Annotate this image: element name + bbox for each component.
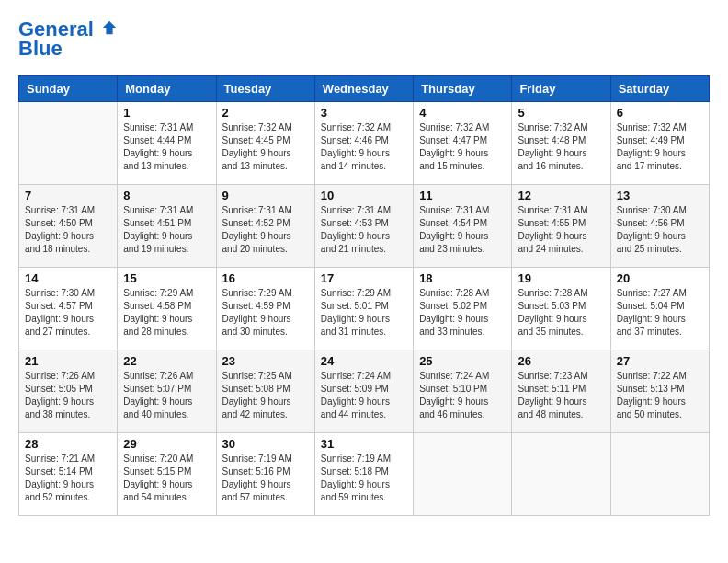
calendar-cell: 1Sunrise: 7:31 AM Sunset: 4:44 PM Daylig…: [118, 102, 216, 185]
calendar-cell: 30Sunrise: 7:19 AM Sunset: 5:16 PM Dayli…: [216, 433, 314, 516]
calendar-week-row: 7Sunrise: 7:31 AM Sunset: 4:50 PM Daylig…: [19, 185, 710, 268]
day-number: 29: [123, 437, 210, 451]
day-info: Sunrise: 7:28 AM Sunset: 5:03 PM Dayligh…: [518, 287, 604, 339]
day-number: 17: [321, 271, 407, 285]
day-number: 5: [518, 106, 604, 120]
calendar-cell: 17Sunrise: 7:29 AM Sunset: 5:01 PM Dayli…: [314, 268, 413, 350]
day-number: 11: [419, 189, 506, 202]
calendar-cell: 11Sunrise: 7:31 AM Sunset: 4:54 PM Dayli…: [414, 185, 512, 268]
calendar-cell: 29Sunrise: 7:20 AM Sunset: 5:15 PM Dayli…: [118, 433, 216, 516]
day-number: 30: [222, 437, 309, 451]
day-info: Sunrise: 7:20 AM Sunset: 5:15 PM Dayligh…: [123, 453, 210, 504]
day-number: 23: [222, 354, 309, 368]
day-number: 16: [222, 271, 309, 285]
day-info: Sunrise: 7:31 AM Sunset: 4:51 PM Dayligh…: [123, 204, 210, 256]
day-number: 6: [617, 106, 703, 120]
day-number: 31: [321, 437, 407, 451]
calendar-cell: [414, 433, 512, 516]
day-info: Sunrise: 7:27 AM Sunset: 5:04 PM Dayligh…: [617, 287, 703, 339]
calendar-cell: 4Sunrise: 7:32 AM Sunset: 4:47 PM Daylig…: [414, 102, 512, 185]
calendar-cell: 3Sunrise: 7:32 AM Sunset: 4:46 PM Daylig…: [314, 102, 413, 185]
day-number: 9: [222, 189, 309, 202]
day-info: Sunrise: 7:25 AM Sunset: 5:08 PM Dayligh…: [222, 370, 309, 421]
calendar-cell: 6Sunrise: 7:32 AM Sunset: 4:49 PM Daylig…: [610, 102, 709, 185]
day-number: 10: [321, 189, 407, 202]
calendar-cell: [512, 433, 610, 516]
calendar-cell: 10Sunrise: 7:31 AM Sunset: 4:53 PM Dayli…: [314, 185, 413, 268]
calendar-cell: [610, 433, 709, 516]
calendar-header-row: SundayMondayTuesdayWednesdayThursdayFrid…: [19, 76, 710, 102]
calendar-cell: 19Sunrise: 7:28 AM Sunset: 5:03 PM Dayli…: [512, 268, 610, 350]
day-info: Sunrise: 7:32 AM Sunset: 4:47 PM Dayligh…: [419, 121, 506, 173]
day-info: Sunrise: 7:19 AM Sunset: 5:18 PM Dayligh…: [321, 453, 407, 504]
calendar-cell: 20Sunrise: 7:27 AM Sunset: 5:04 PM Dayli…: [610, 268, 709, 350]
day-info: Sunrise: 7:26 AM Sunset: 5:07 PM Dayligh…: [123, 370, 210, 421]
day-info: Sunrise: 7:31 AM Sunset: 4:54 PM Dayligh…: [419, 204, 506, 256]
day-info: Sunrise: 7:24 AM Sunset: 5:10 PM Dayligh…: [419, 370, 506, 421]
day-info: Sunrise: 7:29 AM Sunset: 5:01 PM Dayligh…: [321, 287, 407, 339]
day-number: 1: [123, 106, 210, 120]
calendar-cell: 26Sunrise: 7:23 AM Sunset: 5:11 PM Dayli…: [512, 350, 610, 433]
calendar-cell: 7Sunrise: 7:31 AM Sunset: 4:50 PM Daylig…: [19, 185, 118, 268]
column-header-wednesday: Wednesday: [314, 76, 413, 102]
day-info: Sunrise: 7:32 AM Sunset: 4:46 PM Dayligh…: [321, 121, 407, 173]
column-header-saturday: Saturday: [610, 76, 709, 102]
day-info: Sunrise: 7:21 AM Sunset: 5:14 PM Dayligh…: [25, 453, 111, 504]
day-number: 27: [617, 354, 703, 368]
day-number: 13: [617, 189, 703, 202]
calendar-cell: 24Sunrise: 7:24 AM Sunset: 5:09 PM Dayli…: [314, 350, 413, 433]
calendar-cell: 5Sunrise: 7:32 AM Sunset: 4:48 PM Daylig…: [512, 102, 610, 185]
day-info: Sunrise: 7:24 AM Sunset: 5:09 PM Dayligh…: [321, 370, 407, 421]
day-info: Sunrise: 7:30 AM Sunset: 4:56 PM Dayligh…: [617, 204, 703, 256]
day-info: Sunrise: 7:22 AM Sunset: 5:13 PM Dayligh…: [617, 370, 703, 421]
day-info: Sunrise: 7:31 AM Sunset: 4:50 PM Dayligh…: [25, 204, 111, 256]
day-number: 28: [25, 437, 111, 451]
day-info: Sunrise: 7:23 AM Sunset: 5:11 PM Dayligh…: [518, 370, 604, 421]
day-number: 15: [123, 271, 210, 285]
calendar-week-row: 28Sunrise: 7:21 AM Sunset: 5:14 PM Dayli…: [19, 433, 710, 516]
day-number: 2: [222, 106, 309, 120]
calendar-cell: 28Sunrise: 7:21 AM Sunset: 5:14 PM Dayli…: [19, 433, 118, 516]
day-info: Sunrise: 7:30 AM Sunset: 4:57 PM Dayligh…: [25, 287, 111, 339]
column-header-sunday: Sunday: [19, 76, 118, 102]
calendar-cell: 18Sunrise: 7:28 AM Sunset: 5:02 PM Dayli…: [414, 268, 512, 350]
day-info: Sunrise: 7:31 AM Sunset: 4:52 PM Dayligh…: [222, 204, 309, 256]
day-number: 8: [123, 189, 210, 202]
day-number: 21: [25, 354, 111, 368]
calendar-cell: 14Sunrise: 7:30 AM Sunset: 4:57 PM Dayli…: [19, 268, 118, 350]
calendar-week-row: 1Sunrise: 7:31 AM Sunset: 4:44 PM Daylig…: [19, 102, 710, 185]
day-number: 3: [321, 106, 407, 120]
calendar-cell: 23Sunrise: 7:25 AM Sunset: 5:08 PM Dayli…: [216, 350, 314, 433]
column-header-monday: Monday: [118, 76, 216, 102]
day-number: 25: [419, 354, 506, 368]
column-header-thursday: Thursday: [414, 76, 512, 102]
day-number: 19: [518, 271, 604, 285]
page-header: General Blue: [18, 18, 710, 61]
day-info: Sunrise: 7:29 AM Sunset: 4:59 PM Dayligh…: [222, 287, 309, 339]
calendar-week-row: 14Sunrise: 7:30 AM Sunset: 4:57 PM Dayli…: [19, 268, 710, 350]
calendar-cell: 16Sunrise: 7:29 AM Sunset: 4:59 PM Dayli…: [216, 268, 314, 350]
day-number: 18: [419, 271, 506, 285]
calendar-body: 1Sunrise: 7:31 AM Sunset: 4:44 PM Daylig…: [19, 102, 710, 516]
calendar-cell: 21Sunrise: 7:26 AM Sunset: 5:05 PM Dayli…: [19, 350, 118, 433]
day-info: Sunrise: 7:19 AM Sunset: 5:16 PM Dayligh…: [222, 453, 309, 504]
calendar-cell: 13Sunrise: 7:30 AM Sunset: 4:56 PM Dayli…: [610, 185, 709, 268]
logo: General Blue: [18, 18, 118, 61]
day-number: 20: [617, 271, 703, 285]
day-number: 12: [518, 189, 604, 202]
day-info: Sunrise: 7:29 AM Sunset: 4:58 PM Dayligh…: [123, 287, 210, 339]
calendar-cell: 9Sunrise: 7:31 AM Sunset: 4:52 PM Daylig…: [216, 185, 314, 268]
day-number: 24: [321, 354, 407, 368]
day-number: 26: [518, 354, 604, 368]
day-info: Sunrise: 7:31 AM Sunset: 4:55 PM Dayligh…: [518, 204, 604, 256]
calendar-cell: 27Sunrise: 7:22 AM Sunset: 5:13 PM Dayli…: [610, 350, 709, 433]
calendar-cell: [19, 102, 118, 185]
day-info: Sunrise: 7:31 AM Sunset: 4:53 PM Dayligh…: [321, 204, 407, 256]
day-number: 22: [123, 354, 210, 368]
day-number: 4: [419, 106, 506, 120]
calendar-cell: 25Sunrise: 7:24 AM Sunset: 5:10 PM Dayli…: [414, 350, 512, 433]
day-info: Sunrise: 7:31 AM Sunset: 4:44 PM Dayligh…: [123, 121, 210, 173]
calendar-cell: 15Sunrise: 7:29 AM Sunset: 4:58 PM Dayli…: [118, 268, 216, 350]
day-info: Sunrise: 7:32 AM Sunset: 4:48 PM Dayligh…: [518, 121, 604, 173]
calendar-week-row: 21Sunrise: 7:26 AM Sunset: 5:05 PM Dayli…: [19, 350, 710, 433]
